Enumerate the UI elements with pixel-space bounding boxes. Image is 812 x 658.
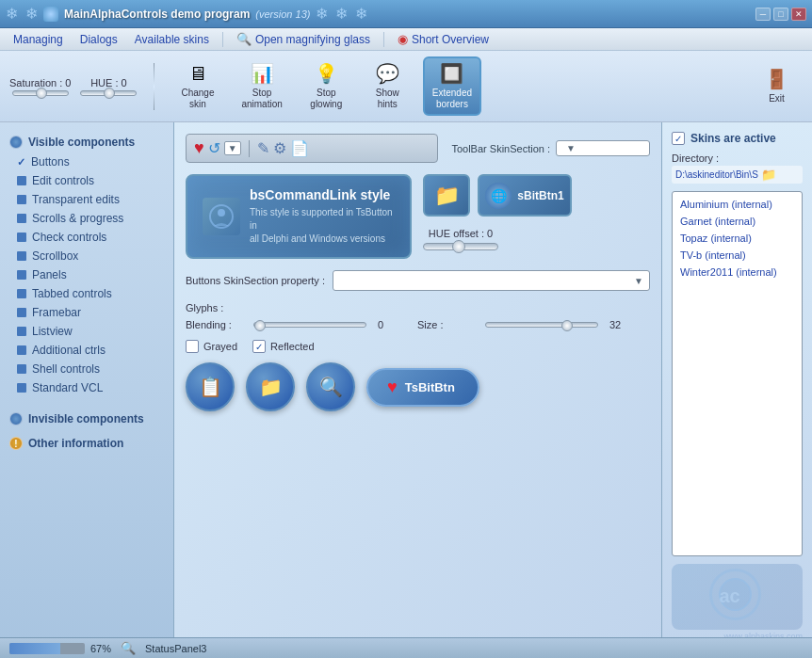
extended-borders-label: Extendedborders <box>432 88 472 110</box>
sidebar-item-tabbed-controls[interactable]: Tabbed controls <box>0 284 173 303</box>
panels-icon <box>17 270 26 280</box>
dropdown-arrow-icon[interactable]: ▼ <box>224 141 241 155</box>
extended-borders-button[interactable]: 🔲 Extendedborders <box>423 56 481 116</box>
hue-offset-track <box>423 243 498 250</box>
skin-winter2011[interactable]: Winter2011 (internal) <box>676 264 798 281</box>
stop-glowing-label: Stopglowing <box>310 88 342 110</box>
menu-managing[interactable]: Managing <box>6 31 71 48</box>
skin-aluminium[interactable]: Aluminium (internal) <box>676 196 798 213</box>
right-panel: Skins are active Directory : D:\askinedi… <box>661 122 812 650</box>
invisible-header-icon <box>9 412 23 425</box>
sidebar-item-framebar[interactable]: Framebar <box>0 303 173 322</box>
toolbar: Saturation : 0 HUE : 0 🖥 Changeskin 📊 St… <box>0 51 812 122</box>
sidebar-tabbed-label: Tabbed controls <box>32 287 112 300</box>
gear-icon[interactable]: ⚙ <box>273 139 286 157</box>
title-snowflake-5: ❄ <box>355 5 367 23</box>
menu-divider-2 <box>383 32 384 47</box>
sidebar-item-check-controls[interactable]: Check controls <box>0 228 173 247</box>
maximize-button[interactable]: □ <box>773 8 788 21</box>
pages-icon[interactable]: 📄 <box>290 139 309 157</box>
reflected-checkbox[interactable]: Reflected <box>252 340 314 353</box>
sidebar-item-panels[interactable]: Panels <box>0 265 173 284</box>
sidebar-vcl-label: Standard VCL <box>32 381 103 394</box>
size-value: 32 <box>609 319 638 330</box>
sidebar-invisible-header[interactable]: Invisible components <box>0 409 173 429</box>
command-link-button[interactable]: bsCommandLink style This style is suppor… <box>186 174 412 259</box>
reflected-checkbox-box <box>252 340 266 353</box>
skins-active-row: Skins are active <box>672 132 803 145</box>
dropdown-chevron-icon: ▼ <box>566 143 576 153</box>
bottom-buttons: 📋 📁 🔍 ♥ TsBitBtn <box>186 362 650 411</box>
show-hints-label: Showhints <box>376 88 399 110</box>
exit-button[interactable]: 🚪 Exit <box>751 63 803 109</box>
show-hints-button[interactable]: 💬 Showhints <box>362 57 414 115</box>
sidebar-other-header[interactable]: ! Other information <box>0 433 173 454</box>
toolbar-section-dropdown[interactable]: ▼ <box>556 140 650 156</box>
checkbox-row: Grayed Reflected <box>186 340 650 353</box>
round-btn-3-icon: 🔍 <box>319 376 343 398</box>
edit-icon[interactable]: ✎ <box>257 139 269 157</box>
tsbitbtn-button[interactable]: ♥ TsBitBtn <box>366 368 479 407</box>
hue-thumb[interactable] <box>104 88 115 99</box>
stop-glowing-button[interactable]: 💡 Stopglowing <box>300 57 352 115</box>
size-thumb[interactable] <box>561 320 573 331</box>
grayed-label: Grayed <box>203 341 237 352</box>
refresh-icon[interactable]: ↺ <box>208 139 220 157</box>
section-property-label: Buttons SkinSection property : <box>186 275 325 286</box>
blending-thumb[interactable] <box>254 320 266 331</box>
sidebar-scrollbox-label: Scrollbox <box>32 249 78 263</box>
skin-topaz[interactable]: Topaz (internal) <box>676 230 798 247</box>
menu-available-skins[interactable]: Available skins <box>127 31 217 48</box>
sat-hue-group: Saturation : 0 HUE : 0 <box>9 63 162 110</box>
hue-offset-label: HUE offset : 0 <box>423 228 498 239</box>
title-snowflakes: ❄ ❄ <box>6 5 38 23</box>
sidebar-item-scrollbox[interactable]: Scrollbox <box>0 247 173 265</box>
change-skin-button[interactable]: 🖥 Changeskin <box>171 58 223 115</box>
heart-icon[interactable]: ♥ <box>194 138 204 158</box>
visible-header-label: Visible components <box>28 136 135 149</box>
sidebar-item-shell-controls[interactable]: Shell controls <box>0 360 173 378</box>
status-progress-bar-container <box>9 643 85 654</box>
cmd-link-icon <box>203 198 240 235</box>
section-property-dropdown[interactable]: ▼ <box>333 270 650 291</box>
round-btn-3[interactable]: 🔍 <box>306 362 355 411</box>
sidebar-listview-label: Listview <box>32 325 73 338</box>
hue-track <box>80 90 137 96</box>
status-progress-fill <box>9 643 60 654</box>
demo-buttons-row: 📁 🌐 sBitBtn1 <box>423 174 572 217</box>
hue-offset-area: HUE offset : 0 <box>423 228 498 254</box>
skin-garnet[interactable]: Garnet (internal) <box>676 213 798 230</box>
exit-icon: 🚪 <box>765 68 788 90</box>
svg-point-1 <box>218 209 225 217</box>
sidebar-item-listview[interactable]: Listview <box>0 322 173 341</box>
round-btn-2[interactable]: 📁 <box>246 362 295 411</box>
hue-offset-thumb[interactable] <box>452 240 465 253</box>
round-btn-1[interactable]: 📋 <box>186 362 235 411</box>
menu-dialogs[interactable]: Dialogs <box>73 31 125 48</box>
additional-icon <box>17 345 26 355</box>
sidebar-item-transparent-edits[interactable]: Transparent edits <box>0 190 173 209</box>
title-controls: ─ □ ✕ <box>755 8 806 21</box>
sidebar-shell-label: Shell controls <box>32 362 100 376</box>
sbit-button[interactable]: 🌐 sBitBtn1 <box>478 174 572 217</box>
stop-animation-button[interactable]: 📊 Stopanimation <box>233 57 290 115</box>
sidebar-item-scrolls-progress[interactable]: Scrolls & progress <box>0 209 173 228</box>
folder-button[interactable]: 📁 <box>423 174 470 217</box>
sbit-icon: 🌐 <box>485 183 512 209</box>
skins-active-checkbox[interactable] <box>672 132 685 145</box>
saturation-thumb[interactable] <box>36 88 47 99</box>
sidebar-visible-header[interactable]: Visible components <box>0 132 173 152</box>
listview-icon <box>17 327 26 336</box>
sidebar-item-additional-ctrls[interactable]: Additional ctrls <box>0 341 173 360</box>
close-button[interactable]: ✕ <box>791 8 806 21</box>
toolbar-inner-divider <box>249 140 250 157</box>
menu-short-overview[interactable]: ◉ Short Overview <box>390 30 496 48</box>
sidebar-item-edit-controls[interactable]: Edit controls <box>0 171 173 190</box>
sidebar-item-standard-vcl[interactable]: Standard VCL <box>0 378 173 397</box>
skin-tv-b[interactable]: TV-b (internal) <box>676 247 798 264</box>
minimize-button[interactable]: ─ <box>755 8 771 21</box>
section-dropdown-arrow-icon: ▼ <box>634 276 643 286</box>
grayed-checkbox[interactable]: Grayed <box>186 340 237 353</box>
sidebar-item-buttons[interactable]: ✓ Buttons <box>0 152 173 171</box>
menu-open-magnifying-glass[interactable]: 🔍 Open magnifying glass <box>229 30 378 48</box>
